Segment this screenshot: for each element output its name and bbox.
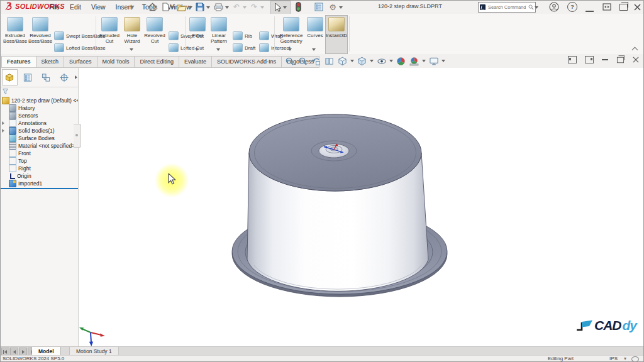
expand-arrow-icon[interactable]: [2, 129, 4, 133]
collapse-right-pane-icon[interactable]: [585, 56, 594, 63]
select-dropdown-caret[interactable]: [283, 6, 287, 9]
zoom-to-area-button[interactable]: [297, 56, 308, 67]
fullscreen-button[interactable]: [602, 1, 612, 13]
property-manager-tab[interactable]: [20, 69, 36, 85]
redo-dropdown-caret[interactable]: [260, 6, 264, 9]
redo-button[interactable]: ↷: [249, 1, 259, 13]
feature-tree-tab[interactable]: [2, 69, 18, 85]
status-units[interactable]: IPS: [609, 356, 618, 361]
tab-model[interactable]: Model: [31, 347, 61, 356]
ribbon-button-extruded-cut[interactable]: Extruded Cut: [98, 16, 121, 52]
section-view-button[interactable]: [324, 56, 335, 67]
model-3d-part[interactable]: [78, 68, 644, 347]
tab-solidworks-add-ins[interactable]: SOLIDWORKS Add-Ins: [211, 56, 281, 68]
tab-motion-study-1[interactable]: Motion Study 1: [69, 347, 119, 356]
tree-item-top-plane[interactable]: Top: [0, 157, 78, 165]
status-units-caret[interactable]: ▾: [624, 356, 626, 361]
view-settings-caret[interactable]: [441, 60, 445, 62]
help-button[interactable]: ?: [567, 1, 577, 13]
tree-item-material[interactable]: Material <not specified>: [0, 142, 78, 150]
ribbon-button-hole-wizard[interactable]: Hole Wizard: [121, 16, 143, 52]
select-tool-button[interactable]: [270, 1, 291, 14]
previous-view-button[interactable]: [311, 56, 321, 67]
graphics-viewport[interactable]: CAD dy: [78, 68, 644, 347]
menu-edit[interactable]: Edit: [65, 0, 86, 14]
tab-sketch[interactable]: Sketch: [36, 56, 64, 68]
options-button[interactable]: ⚙: [328, 1, 338, 13]
tree-root-part[interactable]: 120-2 step draw (Default) <<Default>_: [0, 97, 78, 104]
tree-item-right-plane[interactable]: Right: [0, 165, 78, 172]
menu-view[interactable]: View: [86, 0, 111, 14]
ribbon-button-reference-geometry[interactable]: Reference Geometry: [277, 16, 306, 52]
tab-evaluate[interactable]: Evaluate: [179, 56, 211, 68]
restore-button[interactable]: [618, 1, 628, 13]
doc-restore-icon[interactable]: [617, 57, 624, 62]
options-dropdown-caret[interactable]: [339, 6, 343, 9]
expand-arrow-icon[interactable]: [2, 121, 4, 125]
panel-tabs-overflow-caret[interactable]: [75, 75, 77, 79]
view-orientation-button[interactable]: [337, 56, 348, 67]
print-dropdown-caret[interactable]: [225, 6, 229, 9]
view-orientation-caret[interactable]: [350, 60, 354, 62]
account-button[interactable]: [548, 1, 560, 13]
search-commands-box[interactable]: [478, 2, 536, 13]
reference-geometry-flyout-caret[interactable]: [288, 48, 292, 51]
rebuild-button[interactable]: [294, 1, 302, 13]
edit-appearance-button[interactable]: [396, 56, 406, 67]
home-button[interactable]: [147, 1, 158, 13]
tab-surfaces[interactable]: Surfaces: [64, 56, 97, 68]
open-button[interactable]: [176, 1, 187, 13]
hide-show-items-button[interactable]: [376, 56, 387, 67]
save-button[interactable]: [194, 1, 205, 13]
new-dropdown-caret[interactable]: [170, 6, 174, 9]
view-settings-button[interactable]: [428, 56, 439, 67]
hole-wizard-flyout-caret[interactable]: [130, 48, 133, 51]
filter-funnel-icon[interactable]: [2, 88, 9, 95]
close-button[interactable]: [633, 1, 641, 13]
display-style-button[interactable]: [357, 56, 367, 67]
ribbon-button-revolved-cut[interactable]: Revolved Cut: [143, 16, 166, 52]
tab-mold-tools[interactable]: Mold Tools: [97, 56, 135, 68]
curves-flyout-caret[interactable]: [312, 48, 316, 51]
open-dropdown-caret[interactable]: [189, 6, 192, 9]
tree-item-annotations[interactable]: Annotations: [0, 119, 78, 127]
tree-item-front-plane[interactable]: Front: [0, 150, 78, 157]
apply-scene-caret[interactable]: [422, 60, 426, 62]
ribbon-button-extruded-boss-base[interactable]: Extruded Boss/Base: [3, 16, 28, 52]
collapse-left-pane-icon[interactable]: [568, 56, 577, 63]
ribbon-button-curves[interactable]: Curves: [306, 16, 325, 52]
configuration-manager-tab[interactable]: [38, 69, 54, 85]
search-input[interactable]: [487, 4, 527, 11]
linear-pattern-flyout-caret[interactable]: [216, 48, 220, 51]
new-document-button[interactable]: [161, 1, 170, 13]
doc-close-icon[interactable]: [633, 57, 639, 63]
display-settings-button[interactable]: [313, 1, 325, 13]
tree-item-imported1[interactable]: Imported1: [0, 180, 78, 187]
tree-item-solid-bodies[interactable]: Solid Bodies(1): [0, 127, 78, 134]
ribbon-button-draft[interactable]: Draft: [233, 43, 255, 53]
ribbon-button-revolved-boss-base[interactable]: Revolved Boss/Base: [28, 16, 53, 52]
dimxpert-tab[interactable]: [56, 69, 72, 85]
apply-scene-button[interactable]: [409, 56, 419, 67]
undo-dropdown-caret[interactable]: [243, 6, 247, 9]
zoom-to-fit-button[interactable]: [284, 56, 295, 67]
hide-show-items-caret[interactable]: [389, 60, 393, 62]
ribbon-button-fillet[interactable]: Fillet: [187, 16, 208, 52]
undo-button[interactable]: ↶: [231, 1, 242, 13]
tree-item-history[interactable]: History: [0, 104, 78, 112]
tree-item-sensors[interactable]: Sensors: [0, 112, 78, 119]
fillet-flyout-caret[interactable]: [195, 48, 199, 51]
ribbon-button-rib[interactable]: Rib: [233, 31, 252, 41]
doc-minimize-icon[interactable]: [602, 59, 608, 60]
search-dropdown-caret[interactable]: [535, 6, 538, 9]
tree-item-surface-bodies[interactable]: Surface Bodies: [0, 134, 78, 142]
panel-splitter-handle[interactable]: [74, 124, 81, 148]
status-tag-icon[interactable]: [631, 356, 639, 362]
print-button[interactable]: [213, 1, 224, 13]
ribbon-button-instant3d[interactable]: Instant3D: [325, 15, 348, 54]
rollback-bar[interactable]: [0, 188, 78, 189]
menu-file[interactable]: File: [44, 0, 65, 14]
tab-direct-editing[interactable]: Direct Editing: [134, 56, 179, 68]
ribbon-button-linear-pattern[interactable]: Linear Pattern: [208, 16, 230, 52]
tab-features[interactable]: Features: [1, 56, 36, 68]
